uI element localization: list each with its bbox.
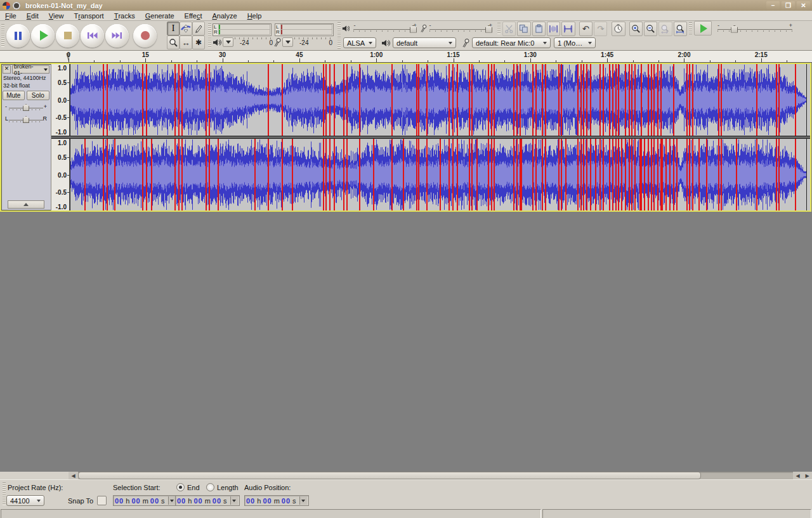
menu-tracks[interactable]: Tracks: [109, 11, 140, 20]
zoom-out-button[interactable]: [644, 22, 657, 36]
radio-length[interactable]: Length: [206, 483, 239, 491]
menu-edit[interactable]: Edit: [22, 11, 44, 20]
recording-meter-scale: -240: [294, 37, 334, 48]
playback-meter[interactable]: L R: [213, 23, 272, 36]
radio-end[interactable]: End: [176, 483, 200, 491]
menu-generate[interactable]: Generate: [140, 11, 180, 20]
toolbar-grip[interactable]: [337, 22, 341, 34]
undo-button[interactable]: ↶: [579, 22, 593, 36]
time-field-arrow[interactable]: [168, 496, 176, 505]
time-field-arrow[interactable]: [230, 496, 238, 505]
silence-audio-button[interactable]: [561, 22, 575, 36]
recording-device-dropdown[interactable]: default: Rear Mic:0: [472, 37, 551, 48]
toolbar-grip[interactable]: [208, 23, 211, 48]
solo-button[interactable]: Solo: [27, 91, 49, 100]
menu-effect[interactable]: Effect: [180, 11, 207, 20]
time-field-arrow[interactable]: [299, 496, 307, 505]
paste-icon: [534, 24, 544, 34]
vertical-scale-ruler[interactable]: 1.00.50.0-0.5-1.0: [51, 139, 70, 210]
play-at-speed-button[interactable]: [694, 21, 712, 36]
scale-tick: [67, 175, 69, 176]
window-menu-icon[interactable]: [13, 2, 20, 10]
mute-button[interactable]: Mute: [3, 91, 25, 100]
track-menu-button[interactable]: broken-01-: [12, 65, 49, 74]
gain-slider[interactable]: -+: [5, 103, 47, 112]
play-at-speed-icon: [700, 24, 707, 33]
skip-to-end-button[interactable]: [105, 24, 129, 48]
zoom-tool-button[interactable]: [167, 36, 180, 49]
output-volume-slider[interactable]: -+: [353, 23, 416, 34]
selection-tool-button[interactable]: I: [167, 22, 180, 36]
recording-channels-dropdown[interactable]: 1 (Mono) I: [554, 37, 596, 48]
redo-button[interactable]: ↷: [594, 22, 607, 36]
snap-to-checkbox[interactable]: [97, 496, 107, 505]
track-control-panel: ✕ broken-01- Stereo, 44100Hz 32-bit floa…: [1, 64, 51, 210]
toolbar-grip[interactable]: [1, 24, 4, 48]
maximize-button[interactable]: ❐: [782, 1, 795, 10]
multi-tool-button[interactable]: ✱: [192, 36, 205, 49]
collapse-track-button[interactable]: [8, 200, 44, 209]
toolbar-grip[interactable]: [3, 482, 6, 505]
playback-device-dropdown[interactable]: default: [393, 37, 456, 48]
paste-button[interactable]: [532, 22, 546, 36]
playback-meter-menu-button[interactable]: [223, 37, 233, 47]
record-button[interactable]: [133, 24, 157, 48]
copy-button[interactable]: [517, 22, 530, 36]
menu-transport[interactable]: Transport: [69, 11, 109, 20]
fit-selection-button[interactable]: [658, 22, 672, 36]
playback-speed-slider[interactable]: -+: [717, 23, 792, 34]
menu-help[interactable]: Help: [242, 11, 267, 20]
close-button[interactable]: ✕: [797, 1, 810, 10]
menu-analyze[interactable]: Analyze: [207, 11, 242, 20]
pan-slider[interactable]: LR: [5, 115, 47, 124]
minimize-button[interactable]: –: [766, 1, 780, 10]
waveform-right-channel[interactable]: [70, 139, 810, 210]
horizontal-scrollbar[interactable]: ◀ ◀ ▶: [69, 472, 812, 479]
zoom-out-icon: [646, 24, 655, 34]
scroll-left-button-2[interactable]: ◀: [793, 472, 802, 479]
skip-to-start-icon: [87, 32, 98, 39]
project-rate-dropdown[interactable]: 44100: [6, 495, 44, 506]
timeshift-tool-button[interactable]: ↔: [180, 36, 192, 49]
selection-end-field[interactable]: 00h00m00s: [175, 495, 240, 506]
draw-tool-button[interactable]: [192, 22, 205, 36]
menu-file[interactable]: File: [0, 11, 22, 20]
pause-button[interactable]: [6, 24, 30, 48]
cut-button[interactable]: [502, 22, 516, 36]
scroll-left-button[interactable]: ◀: [69, 472, 78, 479]
waveform-left-channel[interactable]: [70, 64, 810, 136]
selection-start-field[interactable]: 00h00m00s: [113, 495, 178, 506]
toolbar-grip[interactable]: [337, 37, 341, 48]
playback-speed-thumb[interactable]: [731, 25, 738, 33]
track-close-button[interactable]: ✕: [3, 65, 11, 74]
zoom-in-button[interactable]: [629, 22, 643, 36]
skip-to-start-button[interactable]: [81, 24, 104, 48]
sync-lock-button[interactable]: [612, 22, 625, 36]
gain-thumb[interactable]: [23, 104, 29, 111]
audio-position-field[interactable]: 00h00m00s: [244, 495, 309, 506]
scrollbar-thumb[interactable]: [78, 472, 701, 479]
pan-thumb[interactable]: [23, 116, 29, 123]
menu-view[interactable]: View: [44, 11, 69, 20]
toolbar-grip[interactable]: [689, 22, 692, 34]
recording-meter[interactable]: L R: [275, 23, 334, 36]
scroll-right-button[interactable]: ▶: [802, 472, 812, 479]
toolbar-grip[interactable]: [497, 23, 501, 34]
envelope-tool-button[interactable]: [180, 22, 192, 36]
recording-meter-menu-button[interactable]: [282, 37, 293, 47]
trim-audio-button[interactable]: [547, 22, 560, 36]
audio-host-dropdown[interactable]: ALSA: [343, 37, 376, 48]
vertical-scale-ruler[interactable]: 1.00.50.0-0.5-1.0: [51, 64, 70, 136]
audacity-window: broken-01-Not_my_day – ❐ ✕ FileEditViewT…: [0, 0, 812, 518]
skip-to-end-icon: [112, 32, 122, 39]
timeline-tick: [171, 60, 172, 62]
titlebar[interactable]: broken-01-Not_my_day – ❐ ✕: [0, 0, 812, 11]
timeline-label: 45: [296, 51, 303, 58]
chevron-down-icon: [588, 42, 592, 44]
timeline-tick: [145, 58, 146, 62]
play-button[interactable]: [31, 24, 55, 48]
stop-button[interactable]: [56, 24, 79, 48]
input-volume-slider[interactable]: -+: [429, 23, 492, 34]
fit-project-button[interactable]: [674, 22, 687, 36]
timeline-ruler[interactable]: 01530451:001:151:301:452:002:15: [0, 51, 812, 63]
